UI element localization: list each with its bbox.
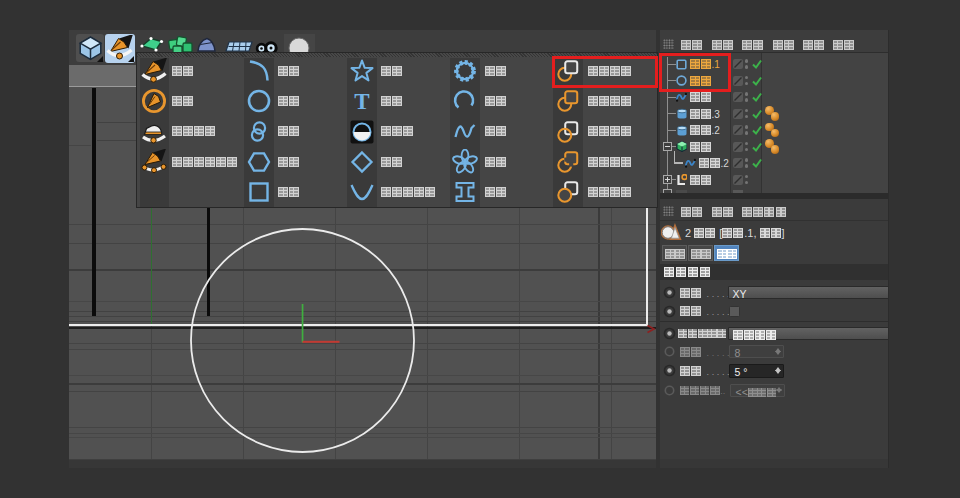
svg-text:T: T [354, 89, 369, 114]
